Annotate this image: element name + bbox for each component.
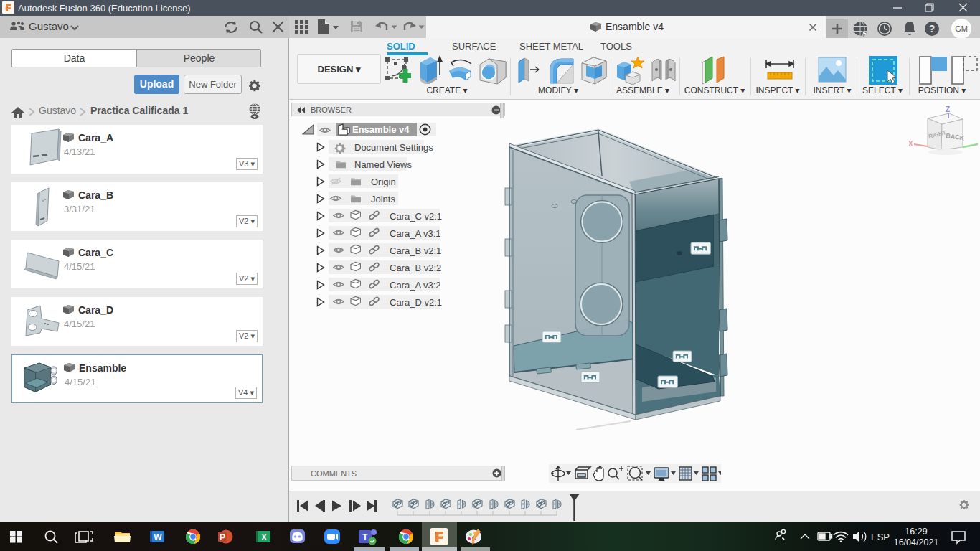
svg-text:ESP: ESP (871, 532, 890, 542)
svg-text:P: P (220, 532, 225, 542)
svg-text:?: ? (929, 23, 936, 34)
svg-text:X: X (908, 140, 913, 148)
svg-text:16/04/2021: 16/04/2021 (894, 537, 939, 547)
svg-text:W: W (154, 532, 162, 542)
svg-text:X: X (261, 532, 267, 542)
svg-text:16:29: 16:29 (905, 527, 927, 537)
svg-text:Z: Z (946, 105, 950, 113)
svg-text:T: T (362, 532, 368, 542)
